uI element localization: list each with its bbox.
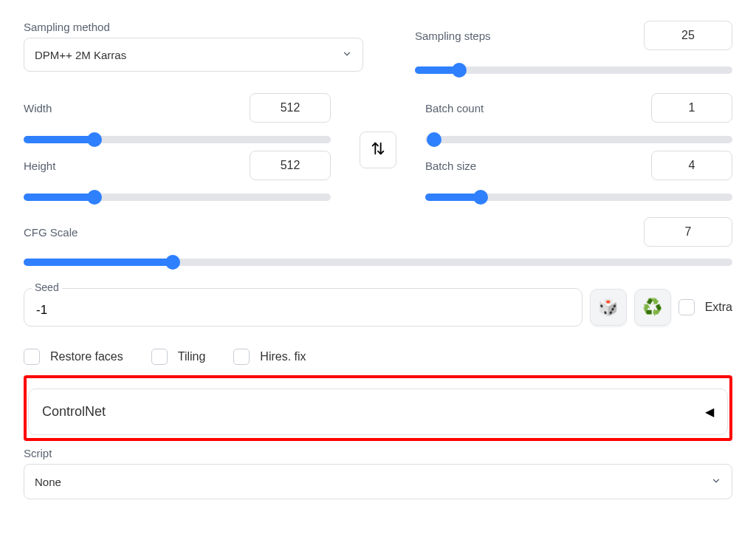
batch-count-input[interactable]: 1 <box>651 93 732 123</box>
sampling-method-label: Sampling method <box>24 21 363 33</box>
controlnet-highlight: ControlNet ◀ <box>24 375 732 441</box>
script-select[interactable]: None <box>24 464 732 499</box>
hires-fix-checkbox[interactable] <box>233 349 250 365</box>
controlnet-accordion[interactable]: ControlNet ◀ <box>28 389 728 435</box>
batch-count-slider[interactable] <box>425 136 732 143</box>
seed-random-button[interactable]: 🎲 <box>590 289 627 326</box>
controlnet-title: ControlNet <box>42 404 106 420</box>
seed-input[interactable] <box>35 302 571 318</box>
sampling-steps-slider[interactable] <box>415 66 732 74</box>
batch-count-label: Batch count <box>425 102 484 114</box>
width-input[interactable]: 512 <box>250 93 331 123</box>
swap-dimensions-button[interactable] <box>360 131 396 168</box>
tiling-checkbox[interactable] <box>151 349 168 365</box>
triangle-left-icon: ◀ <box>705 405 714 419</box>
dice-icon: 🎲 <box>598 298 618 317</box>
swap-icon <box>370 140 386 160</box>
height-label: Height <box>24 160 55 172</box>
height-input[interactable]: 512 <box>250 151 331 180</box>
sampling-steps-label: Sampling steps <box>415 30 491 42</box>
sampling-method-value: DPM++ 2M Karras <box>35 49 126 61</box>
batch-size-input[interactable]: 4 <box>651 151 732 180</box>
cfg-scale-label: CFG Scale <box>24 226 78 239</box>
script-value: None <box>35 476 61 488</box>
script-label: Script <box>24 447 732 459</box>
restore-faces-checkbox[interactable] <box>24 349 40 365</box>
restore-faces-label: Restore faces <box>50 350 123 363</box>
cfg-scale-slider[interactable] <box>24 259 732 266</box>
seed-fieldset: Seed <box>24 288 583 326</box>
sampling-method-select[interactable]: DPM++ 2M Karras <box>24 38 363 72</box>
sampling-steps-input[interactable]: 25 <box>644 21 732 50</box>
cfg-scale-input[interactable]: 7 <box>644 217 732 247</box>
batch-size-slider[interactable] <box>425 194 732 201</box>
batch-size-label: Batch size <box>425 160 476 172</box>
seed-label: Seed <box>32 281 62 293</box>
extra-checkbox[interactable] <box>678 299 695 315</box>
extra-label: Extra <box>705 301 732 314</box>
chevron-down-icon <box>342 49 352 61</box>
tiling-label: Tiling <box>178 350 206 363</box>
width-label: Width <box>24 102 52 114</box>
seed-reuse-button[interactable]: ♻️ <box>634 289 671 326</box>
recycle-icon: ♻️ <box>642 298 662 317</box>
hires-fix-label: Hires. fix <box>260 350 306 363</box>
width-slider[interactable] <box>24 136 331 143</box>
height-slider[interactable] <box>24 194 331 201</box>
chevron-down-icon <box>711 476 721 488</box>
